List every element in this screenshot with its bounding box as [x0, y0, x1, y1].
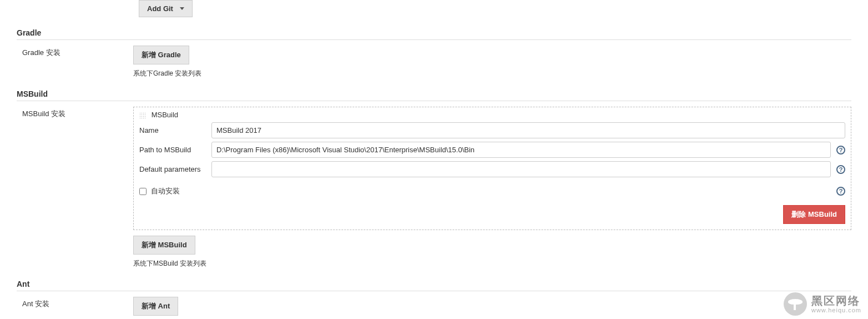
- section-title-gradle: Gradle: [17, 25, 851, 40]
- help-icon[interactable]: ?: [836, 146, 845, 154]
- msbuild-params-input[interactable]: [211, 161, 831, 177]
- gradle-install-label: Gradle 安装: [17, 46, 133, 58]
- msbuild-path-label: Path to MSBuild: [139, 146, 206, 154]
- msbuild-install-box: MSBuild Name Path to MSBuild ? Default p…: [133, 107, 851, 230]
- auto-install-checkbox[interactable]: [139, 188, 147, 195]
- add-msbuild-button[interactable]: 新增 MSBuild: [133, 236, 195, 255]
- help-icon[interactable]: ?: [836, 165, 845, 174]
- msbuild-params-label: Default parameters: [139, 165, 206, 173]
- ant-install-label: Ant 安装: [17, 297, 133, 309]
- help-icon[interactable]: ?: [836, 187, 845, 196]
- msbuild-name-label: Name: [139, 126, 206, 134]
- add-git-label: Add Git: [147, 4, 173, 13]
- msbuild-desc: 系统下MSBuild 安装列表: [133, 259, 851, 268]
- section-title-ant: Ant: [17, 276, 851, 291]
- gradle-desc: 系统下Gradle 安装列表: [133, 69, 851, 78]
- section-title-msbuild: MSBuild: [17, 86, 851, 101]
- delete-msbuild-button[interactable]: 删除 MSBuild: [783, 205, 845, 224]
- msbuild-install-label: MSBuild 安装: [17, 107, 133, 119]
- add-git-dropdown[interactable]: Add Git: [139, 0, 193, 17]
- msbuild-path-input[interactable]: [211, 142, 831, 158]
- add-gradle-button[interactable]: 新增 Gradle: [133, 46, 189, 64]
- drag-handle-icon[interactable]: [139, 112, 146, 119]
- add-ant-button[interactable]: 新增 Ant: [133, 297, 178, 316]
- msbuild-box-title: MSBuild: [152, 111, 178, 119]
- msbuild-name-input[interactable]: [211, 122, 845, 138]
- chevron-down-icon: [180, 7, 184, 10]
- auto-install-label: 自动安装: [151, 186, 180, 196]
